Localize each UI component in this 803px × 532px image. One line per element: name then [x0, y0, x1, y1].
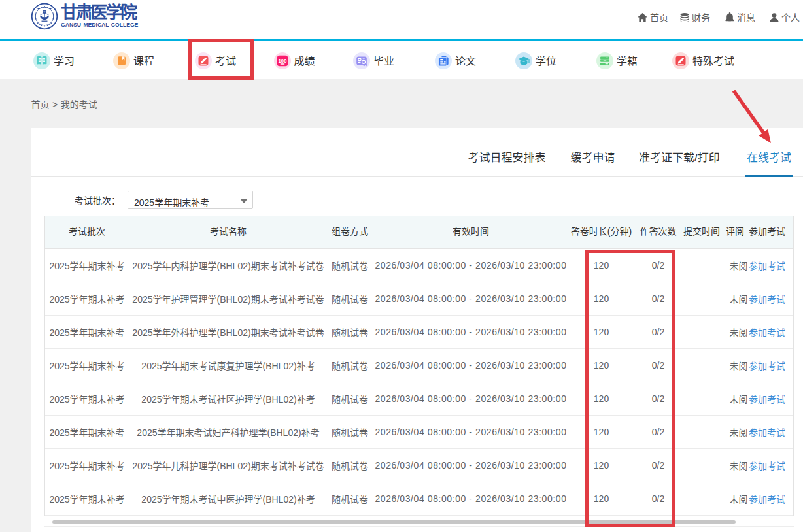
svg-text:100: 100: [278, 58, 287, 64]
